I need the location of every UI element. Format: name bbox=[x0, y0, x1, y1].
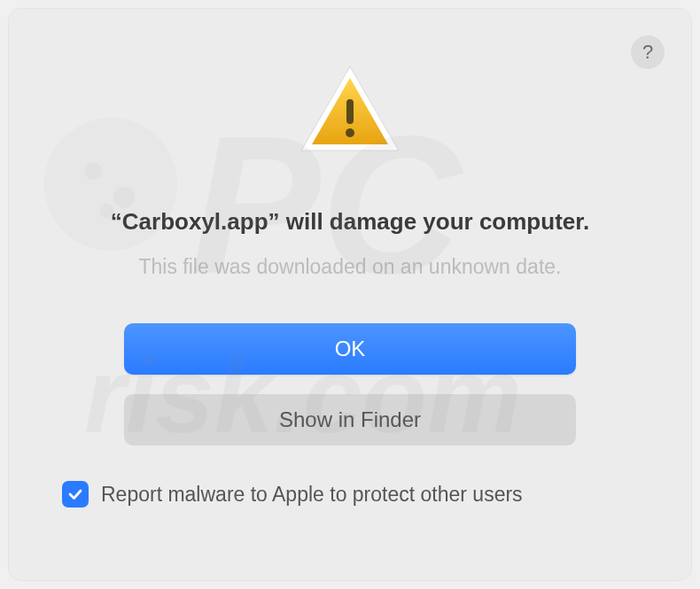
svg-point-1 bbox=[84, 162, 102, 180]
dialog-heading: “Carboxyl.app” will damage your computer… bbox=[111, 208, 589, 236]
dialog-subtext: This file was downloaded on an unknown d… bbox=[139, 255, 562, 279]
show-in-finder-button[interactable]: Show in Finder bbox=[124, 394, 576, 446]
svg-rect-6 bbox=[346, 99, 354, 124]
checkmark-icon bbox=[66, 485, 84, 503]
warning-icon bbox=[292, 53, 408, 168]
alert-dialog: PC risk.com ? “Carboxyl.app” will damage… bbox=[9, 9, 691, 580]
help-button[interactable]: ? bbox=[631, 35, 665, 69]
svg-point-7 bbox=[346, 128, 354, 137]
report-malware-checkbox[interactable] bbox=[62, 481, 89, 508]
button-stack: OK Show in Finder bbox=[124, 323, 576, 446]
help-icon-label: ? bbox=[642, 41, 653, 64]
svg-point-2 bbox=[113, 187, 135, 208]
ok-button[interactable]: OK bbox=[124, 323, 576, 375]
report-malware-row: Report malware to Apple to protect other… bbox=[62, 481, 523, 508]
report-malware-label: Report malware to Apple to protect other… bbox=[101, 483, 523, 507]
